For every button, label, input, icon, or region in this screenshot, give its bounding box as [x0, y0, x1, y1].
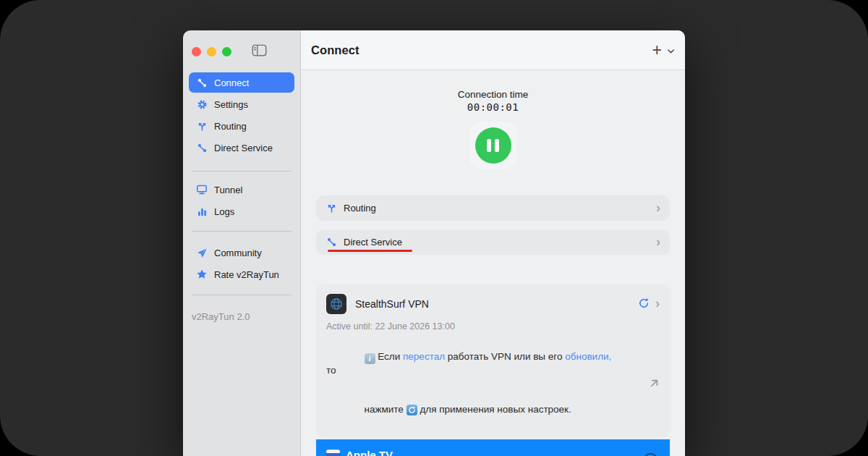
connect-toggle-tile	[469, 122, 517, 169]
quick-links: Routing › Direct Service ›	[316, 195, 670, 263]
node-link-icon	[196, 142, 208, 153]
sidebar-nav: Connect Settings Routing	[183, 72, 300, 311]
branch-arrows-icon	[326, 203, 337, 214]
gear-icon	[196, 98, 208, 110]
paper-plane-icon	[196, 247, 208, 258]
sidebar-item-connect[interactable]: Connect	[189, 72, 294, 93]
subscription-note: i Если перестал работать VPN или вы его …	[326, 337, 616, 429]
sidebar-item-label: Logs	[214, 206, 234, 217]
connection-time-value: 00:00:01	[467, 101, 519, 113]
close-window-button[interactable]	[192, 47, 201, 56]
sidebar-item-tunnel[interactable]: Tunnel	[189, 180, 294, 200]
window-titlebar	[183, 30, 300, 72]
sidebar-item-label: Rate v2RayTun	[214, 269, 279, 280]
globe-icon	[326, 294, 346, 314]
pause-icon	[487, 139, 499, 152]
add-config-button[interactable]: +	[652, 42, 662, 59]
monitor-icon	[196, 184, 208, 195]
sidebar-item-rate[interactable]: Rate v2RayTun	[189, 264, 294, 284]
sidebar-item-label: Routing	[214, 121, 247, 132]
bar-chart-icon	[196, 206, 208, 217]
chevron-down-icon	[667, 46, 675, 56]
page-title: Connect	[311, 43, 359, 57]
subscription-card[interactable]: StealthSurf VPN › Active until: 22 June …	[316, 284, 670, 438]
chevron-right-icon: ›	[655, 297, 660, 311]
sidebar-item-direct-service[interactable]: Direct Service	[189, 138, 294, 158]
subscription-name: StealthSurf VPN	[355, 298, 429, 310]
server-row-apple-tv[interactable]: Apple TV VLESS / TCP	[316, 439, 670, 456]
chevron-right-icon: ›	[656, 235, 660, 250]
arrow-up-right-icon[interactable]	[649, 378, 660, 389]
main-header: Connect +	[301, 30, 685, 70]
main-panel: Connect + Connection time 00:00:01	[301, 30, 685, 456]
active-until-label: Active until: 22 June 2026 13:00	[326, 321, 660, 332]
russia-flag-icon	[326, 449, 340, 456]
chevron-right-icon: ›	[656, 201, 660, 216]
sidebar-divider	[192, 231, 292, 232]
connection-time-label: Connection time	[458, 89, 529, 100]
refresh-subscription-button[interactable]	[638, 297, 650, 311]
sidebar-item-community[interactable]: Community	[189, 242, 294, 263]
sidebar-item-label: Direct Service	[214, 143, 273, 153]
app-window: Connect Settings Routing	[183, 30, 685, 456]
sidebar-toggle-icon	[252, 44, 267, 59]
sidebar-item-label: Connect	[214, 77, 249, 88]
main-content: Connection time 00:00:01 Routing	[301, 70, 685, 456]
star-icon	[196, 269, 208, 280]
app-version-label: v2RayTun 2.0	[183, 311, 300, 322]
sidebar-item-settings[interactable]: Settings	[189, 94, 294, 114]
red-underline-annotation	[328, 250, 412, 252]
sidebar: Connect Settings Routing	[183, 30, 301, 456]
server-name: Apple TV	[346, 449, 393, 456]
sidebar-item-label: Tunnel	[214, 185, 242, 195]
sidebar-item-label: Community	[214, 248, 262, 258]
note-link[interactable]: перестал	[403, 351, 445, 362]
desktop-background: Connect Settings Routing	[0, 0, 868, 456]
sidebar-divider	[192, 171, 292, 172]
branch-arrows-icon	[196, 120, 208, 132]
traffic-lights	[192, 47, 231, 56]
node-link-icon	[196, 77, 208, 88]
row-label: Direct Service	[344, 237, 402, 248]
subscription-header: StealthSurf VPN ›	[326, 294, 660, 314]
minimize-window-button[interactable]	[207, 47, 216, 56]
zoom-window-button[interactable]	[222, 47, 231, 56]
note-link[interactable]: обновили,	[565, 351, 611, 362]
sidebar-item-logs[interactable]: Logs	[189, 201, 294, 221]
sidebar-item-routing[interactable]: Routing	[189, 116, 294, 136]
info-emoji-icon: i	[365, 353, 375, 364]
sidebar-toggle-button[interactable]	[252, 44, 267, 59]
node-link-icon	[326, 237, 337, 248]
header-actions: +	[652, 42, 675, 59]
info-circle-icon	[643, 452, 658, 456]
refresh-icon	[638, 297, 650, 311]
routing-row[interactable]: Routing ›	[316, 195, 670, 221]
add-config-menu-button[interactable]	[667, 43, 675, 56]
server-info-button[interactable]	[643, 452, 658, 456]
direct-service-row[interactable]: Direct Service ›	[316, 229, 670, 255]
sidebar-item-label: Settings	[214, 99, 248, 110]
row-label: Routing	[344, 203, 376, 214]
refresh-emoji-icon	[407, 405, 417, 415]
pause-button[interactable]	[475, 127, 511, 164]
sidebar-divider	[192, 295, 292, 295]
